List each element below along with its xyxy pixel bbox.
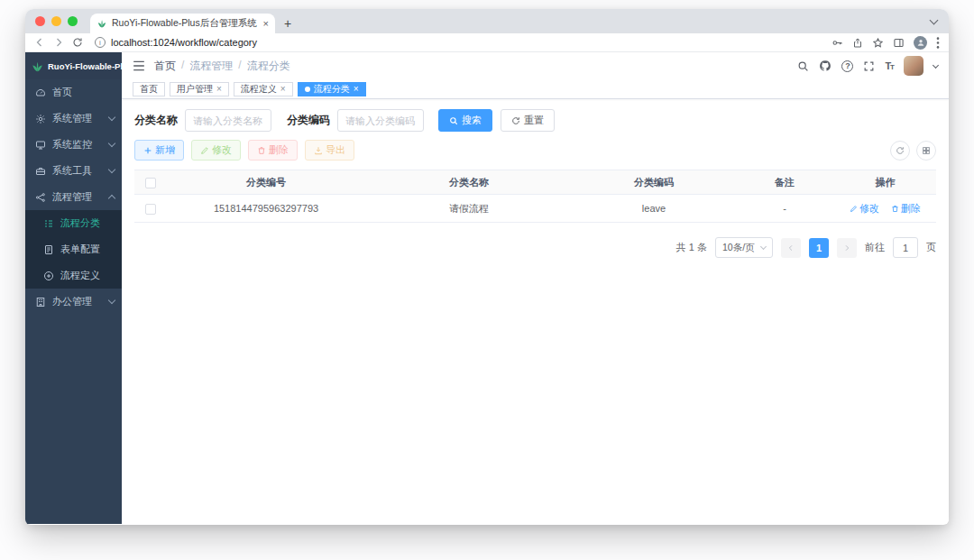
next-page-button[interactable] <box>837 238 857 258</box>
search-button[interactable]: 搜索 <box>438 109 492 132</box>
tab-search-chevron-icon[interactable] <box>931 17 938 24</box>
row-checkbox[interactable] <box>145 204 156 215</box>
search-icon <box>449 116 458 125</box>
font-size-icon[interactable]: TT <box>885 60 894 71</box>
top-navbar: 首页 / 流程管理 / 流程分类 ? <box>122 52 949 79</box>
breadcrumb-home[interactable]: 首页 <box>154 59 176 74</box>
prev-page-button[interactable] <box>781 238 801 258</box>
sidebar-item-system-tools[interactable]: 系统工具 <box>25 158 122 184</box>
breadcrumb-separator: / <box>238 59 241 74</box>
reload-icon[interactable] <box>72 37 83 48</box>
row-checkbox-cell <box>134 195 167 223</box>
browser-profile-icon[interactable] <box>914 36 927 50</box>
new-tab-button[interactable]: + <box>284 17 291 30</box>
github-icon[interactable] <box>819 60 832 72</box>
address-bar[interactable]: i localhost:1024/workflow/category <box>95 37 823 48</box>
row-delete-link[interactable]: 删除 <box>891 202 921 216</box>
logo-leaf-icon <box>31 60 44 73</box>
header-actions: 操作 <box>834 170 936 195</box>
tab-close-icon[interactable]: × <box>263 18 269 29</box>
avatar-caret-down-icon[interactable] <box>933 61 939 68</box>
export-button[interactable]: 导出 <box>305 140 354 161</box>
sidebar-item-workflow-definition[interactable]: 流程定义 <box>25 262 122 289</box>
side-panel-icon[interactable] <box>893 37 905 49</box>
tag-workflow-category[interactable]: 流程分类 × <box>298 82 366 96</box>
refresh-icon <box>896 146 905 155</box>
window-controls <box>35 16 78 26</box>
tag-close-icon[interactable]: × <box>280 84 286 94</box>
minimize-window-button[interactable] <box>51 16 61 26</box>
page-size-select[interactable]: 10条/页 <box>715 237 773 258</box>
browser-actions <box>832 36 940 50</box>
category-code-label: 分类编码 <box>287 113 330 128</box>
tree-list-icon <box>43 218 54 229</box>
help-icon[interactable]: ? <box>841 60 853 72</box>
sidebar-item-home[interactable]: 首页 <box>25 79 122 106</box>
header-checkbox-cell <box>134 170 167 195</box>
monitor-icon <box>35 140 46 151</box>
tag-label: 流程分类 <box>314 83 350 96</box>
tag-close-icon[interactable]: × <box>354 84 359 94</box>
fullscreen-icon[interactable] <box>863 60 875 72</box>
zoom-window-button[interactable] <box>68 16 78 26</box>
chevron-down-icon <box>108 114 115 121</box>
edit-button[interactable]: 修改 <box>191 140 241 161</box>
password-key-icon[interactable] <box>832 37 843 49</box>
tag-close-icon[interactable]: × <box>216 84 222 94</box>
sidebar-item-workflow-mgmt[interactable]: 流程管理 <box>25 184 122 210</box>
trash-icon <box>891 205 899 213</box>
delete-button[interactable]: 删除 <box>248 140 298 161</box>
refresh-table-button[interactable] <box>890 141 910 161</box>
site-info-icon[interactable]: i <box>95 37 106 48</box>
sidebar-item-system-monitor[interactable]: 系统监控 <box>25 132 122 158</box>
share-icon[interactable] <box>852 37 863 49</box>
tag-home[interactable]: 首页 <box>133 82 165 96</box>
bookmark-star-icon[interactable] <box>872 37 884 49</box>
header-category-name: 分类名称 <box>365 170 573 195</box>
header-category-code: 分类编码 <box>573 170 735 195</box>
search-icon[interactable] <box>797 60 809 72</box>
chevron-up-icon <box>108 195 115 202</box>
select-all-checkbox[interactable] <box>145 178 156 188</box>
category-name-input[interactable] <box>185 109 271 132</box>
user-avatar[interactable] <box>904 56 923 76</box>
browser-tab[interactable]: RuoYi-Flowable-Plus后台管理系统 × <box>90 14 275 33</box>
goto-suffix: 页 <box>926 241 936 254</box>
tag-workflow-definition[interactable]: 流程定义 × <box>234 82 293 96</box>
chevron-down-icon <box>108 166 115 173</box>
page-size-value: 10条/页 <box>722 242 755 254</box>
browser-menu-dots-icon[interactable] <box>936 37 940 49</box>
reset-button[interactable]: 重置 <box>501 109 555 132</box>
tag-user-mgmt[interactable]: 用户管理 × <box>170 82 229 96</box>
workflow-submenu: 流程分类 表单配置 流程定义 <box>25 210 122 289</box>
sidebar-item-system-mgmt[interactable]: 系统管理 <box>25 106 122 132</box>
url-text[interactable]: localhost:1024/workflow/category <box>111 37 257 48</box>
table-toolbar: 新增 修改 删除 导出 <box>134 140 936 161</box>
browser-toolbar: i localhost:1024/workflow/category <box>25 33 949 52</box>
current-page-button[interactable]: 1 <box>809 238 829 258</box>
chevron-down-icon <box>108 140 115 147</box>
toolbox-icon <box>35 166 46 177</box>
goto-prefix: 前往 <box>865 241 885 254</box>
category-code-input[interactable] <box>337 109 424 132</box>
sidebar-item-workflow-category[interactable]: 流程分类 <box>25 210 122 236</box>
row-edit-link[interactable]: 修改 <box>850 202 879 216</box>
app-logo[interactable]: RuoYi-Flowable-Plus <box>25 52 122 79</box>
sidebar-toggle-icon[interactable] <box>133 60 145 71</box>
sidebar-item-label: 办公管理 <box>52 295 103 308</box>
add-button[interactable]: 新增 <box>134 140 184 161</box>
breadcrumb: 首页 / 流程管理 / 流程分类 <box>154 59 788 74</box>
table-row[interactable]: 1518144795963297793 请假流程 leave - 修改 <box>134 195 936 223</box>
download-icon <box>314 146 323 155</box>
flow-icon <box>35 192 46 203</box>
forward-icon[interactable] <box>53 37 64 48</box>
close-window-button[interactable] <box>35 16 45 26</box>
column-settings-button[interactable] <box>916 141 936 161</box>
sidebar-item-office-mgmt[interactable]: 办公管理 <box>25 289 122 315</box>
sidebar-item-label: 首页 <box>52 86 115 99</box>
category-name-label: 分类名称 <box>134 113 178 128</box>
tags-view-bar: 首页 用户管理 × 流程定义 × 流程分类 × <box>122 79 949 99</box>
goto-page-input[interactable] <box>893 237 918 258</box>
sidebar-item-form-config[interactable]: 表单配置 <box>25 236 122 262</box>
back-icon[interactable] <box>34 37 45 48</box>
